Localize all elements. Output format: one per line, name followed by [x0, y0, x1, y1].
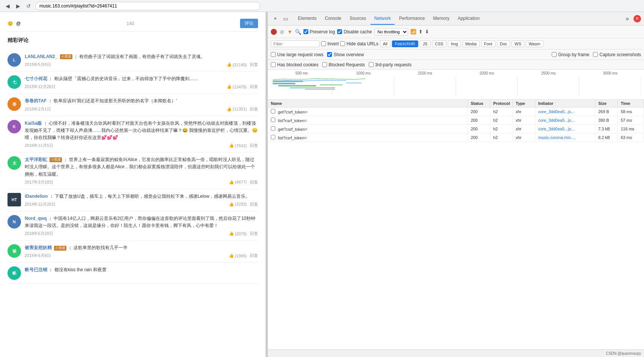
table-row[interactable]: list?csrf_token= 200 h2 xhr music-corona…: [268, 133, 644, 142]
upload-icon[interactable]: ⬆: [419, 29, 423, 34]
blocked-cookies-label[interactable]: Has blocked cookies: [271, 62, 318, 67]
comment-author: LANLANLAN2_: [25, 54, 57, 59]
back-button[interactable]: ◀: [4, 2, 11, 10]
comment-actions: 👍 (21140) 回复: [227, 62, 258, 67]
third-party-label[interactable]: 3rd-party requests: [369, 62, 411, 67]
th-protocol: Protocol: [490, 100, 513, 107]
refresh-button[interactable]: ↺: [25, 2, 32, 10]
close-devtools-button[interactable]: ✕: [633, 15, 641, 22]
filter-img[interactable]: Img: [448, 40, 461, 47]
like-button[interactable]: 👍 (2076): [229, 231, 247, 236]
avatar: 七: [8, 75, 21, 89]
throttle-select[interactable]: No throttling: [374, 28, 408, 36]
group-by-frame-label[interactable]: Group by frame: [552, 52, 589, 57]
preserve-log-label[interactable]: Preserve log: [303, 29, 335, 34]
filter-input[interactable]: [271, 40, 320, 47]
disable-cache-checkbox[interactable]: [337, 29, 342, 34]
clear-button[interactable]: ⊘: [279, 29, 285, 35]
timeline-labels: 500 ms 1000 ms 1500 ms 2000 ms 2500 ms 3…: [268, 70, 644, 77]
th-time: Time: [618, 100, 644, 107]
like-button[interactable]: 👍 (21140): [227, 62, 247, 67]
like-button[interactable]: 👍 (7642): [229, 143, 247, 148]
more-tabs-button[interactable]: »: [623, 15, 631, 22]
invert-checkbox[interactable]: [321, 41, 326, 46]
browser-chrome: ◀ ▶ ↺: [0, 0, 644, 12]
disable-cache-label[interactable]: Disable cache: [337, 29, 372, 34]
emoji-icon[interactable]: 🙂: [8, 21, 13, 26]
blocked-requests-label[interactable]: Blocked Requests: [322, 62, 365, 67]
row-checkbox-3[interactable]: [271, 126, 275, 131]
reply-button[interactable]: 回复: [250, 62, 258, 67]
main-wrapper: 🙂 @ 140 评论 精彩评论 L LANLANLAN2_ 小黑屋 ： 有些曲子…: [0, 0, 644, 357]
filter-ws[interactable]: WS: [512, 40, 524, 47]
table-row[interactable]: list?csrf_token= 200 h2 xhr core_3dd0ea5…: [268, 116, 644, 125]
search-button[interactable]: 🔍: [295, 29, 301, 35]
avatar: K: [8, 120, 21, 133]
reply-button[interactable]: 回复: [250, 231, 258, 236]
filter-js[interactable]: JS: [420, 40, 431, 47]
at-icon[interactable]: @: [16, 21, 21, 26]
record-button[interactable]: [271, 29, 277, 35]
comment-actions: 👍 (4677) 回复: [229, 179, 258, 185]
capture-screenshots-checkbox[interactable]: [593, 52, 598, 57]
row-checkbox-2[interactable]: [271, 118, 275, 122]
wifi-icon[interactable]: 📶: [410, 29, 416, 34]
comments-area: 🙂 @ 140 评论 精彩评论 L LANLANLAN2_ 小黑屋 ： 有些曲子…: [0, 12, 266, 357]
blocked-cookies-checkbox[interactable]: [271, 62, 276, 67]
reply-button[interactable]: 回复: [250, 106, 258, 112]
reply-button[interactable]: 回复: [250, 143, 258, 148]
tab-application[interactable]: Application: [454, 13, 483, 25]
row-checkbox-4[interactable]: [271, 135, 275, 139]
filter-wasm[interactable]: Wasm: [526, 40, 543, 47]
forward-button[interactable]: ▶: [14, 2, 22, 10]
like-button[interactable]: 👍 (3293): [229, 202, 247, 207]
tab-network[interactable]: Network: [371, 13, 395, 25]
td-initiator-4[interactable]: music-corona.min....: [535, 134, 595, 141]
filter-all[interactable]: All: [380, 40, 390, 47]
tab-console[interactable]: Console: [321, 13, 345, 25]
device-icon[interactable]: ▭: [281, 14, 290, 23]
like-button[interactable]: 👍 (1995): [229, 253, 247, 258]
preserve-log-checkbox[interactable]: [303, 29, 308, 34]
submit-comment-button[interactable]: 评论: [240, 19, 258, 28]
reply-button[interactable]: 回复: [250, 179, 258, 185]
tab-elements[interactable]: Elements: [294, 13, 320, 25]
reply-button[interactable]: 回复: [250, 202, 258, 207]
tab-performance[interactable]: Performance: [395, 13, 429, 25]
tab-memory[interactable]: Memory: [429, 13, 453, 25]
td-initiator-2[interactable]: core_3dd0ea5...js...: [535, 117, 595, 124]
third-party-checkbox[interactable]: [369, 62, 374, 67]
blocked-requests-checkbox[interactable]: [322, 62, 327, 67]
invert-label[interactable]: Invert: [321, 41, 339, 46]
like-button[interactable]: 👍 (13478): [227, 84, 247, 89]
filter-doc[interactable]: Doc: [497, 40, 510, 47]
hide-data-urls-checkbox[interactable]: [340, 41, 345, 46]
like-button[interactable]: 👍 (11351): [227, 107, 247, 112]
table-row[interactable]: get?csrf_token= 200 h2 xhr core_3dd0ea5.…: [268, 125, 644, 133]
td-initiator-1[interactable]: core_3dd0ea5...js...: [535, 108, 595, 115]
large-rows-checkbox[interactable]: [271, 52, 276, 57]
comment-item: K KaiSa殇 ： 心情不好，准备楼顶天台吹风时看到了对面天台也有个女孩在吹风…: [8, 116, 258, 153]
tab-sources[interactable]: Sources: [346, 13, 370, 25]
filter-fetch-xhr[interactable]: Fetch/XHR: [392, 40, 418, 47]
capture-screenshots-label[interactable]: Capture screenshots: [593, 52, 641, 57]
group-by-frame-checkbox[interactable]: [552, 52, 557, 57]
filter-css[interactable]: CSS: [432, 40, 447, 47]
row-checkbox-1[interactable]: [271, 109, 275, 114]
td-type-1: xhr: [513, 108, 535, 115]
filter-font[interactable]: Font: [481, 40, 495, 47]
address-bar[interactable]: [35, 2, 260, 10]
show-overview-label[interactable]: Show overview: [327, 52, 364, 57]
show-overview-checkbox[interactable]: [327, 52, 332, 57]
cursor-icon[interactable]: ⌖: [271, 14, 280, 23]
like-button[interactable]: 👍 (4677): [229, 180, 247, 185]
large-rows-label[interactable]: Use large request rows: [271, 52, 323, 57]
download-icon[interactable]: ⬇: [425, 29, 429, 34]
reply-button[interactable]: 回复: [250, 253, 258, 258]
reply-button[interactable]: 回复: [250, 84, 258, 90]
table-row[interactable]: get?csrf_token= 200 h2 xhr core_3dd0ea5.…: [268, 108, 644, 116]
filter-media[interactable]: Media: [462, 40, 480, 47]
hide-data-urls-label[interactable]: Hide data URLs: [340, 41, 378, 46]
td-initiator-3[interactable]: core_3dd0ea5...js...: [535, 125, 595, 133]
filter-icon[interactable]: ▼: [287, 29, 293, 35]
